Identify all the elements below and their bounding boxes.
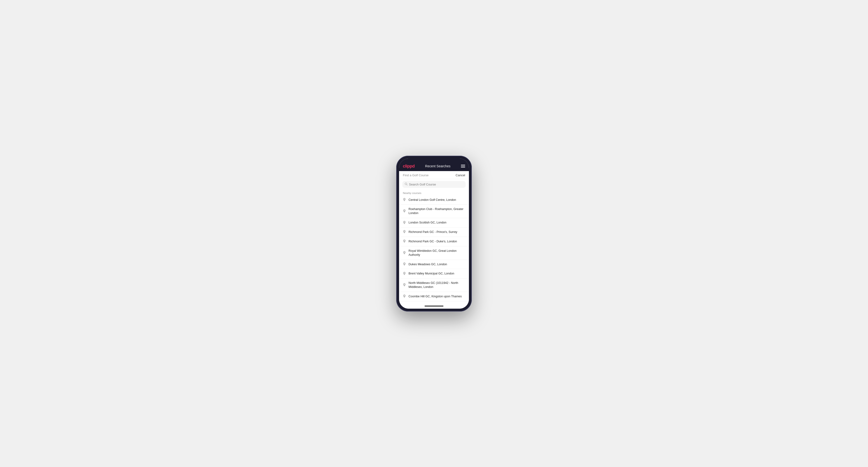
phone-screen: clippd Recent Searches Find a Golf Cours…: [399, 159, 469, 309]
course-list-item[interactable]: London Scottish GC, London: [399, 218, 469, 227]
app-header: clippd Recent Searches: [399, 162, 469, 171]
course-list-item[interactable]: Dukes Meadows GC, London: [399, 260, 469, 269]
course-name: Brent Valley Municipal GC, London: [408, 272, 454, 276]
hamburger-menu-icon[interactable]: [461, 165, 465, 167]
content-area: Find a Golf Course Cancel Nearby: [399, 171, 469, 309]
find-header: Find a Golf Course Cancel: [399, 171, 469, 179]
course-list-item[interactable]: Coombe Hill GC, Kingston upon Thames: [399, 292, 469, 301]
course-list-item[interactable]: Central London Golf Centre, London: [399, 195, 469, 205]
search-icon: [405, 183, 408, 186]
location-pin-icon: [403, 198, 406, 202]
location-pin-icon: [403, 251, 406, 255]
course-list-item[interactable]: Richmond Park GC - Prince's, Surrey: [399, 227, 469, 237]
location-pin-icon: [403, 262, 406, 266]
course-name: Dukes Meadows GC, London: [408, 262, 447, 267]
course-name: Richmond Park GC - Prince's, Surrey: [408, 230, 457, 234]
find-label: Find a Golf Course: [403, 174, 429, 177]
home-indicator: [399, 304, 469, 309]
course-name: Royal Wimbledon GC, Great London Authori…: [408, 249, 465, 257]
search-box-wrapper: [399, 179, 469, 190]
course-name: Coombe Hill GC, Kingston upon Thames: [408, 294, 462, 299]
course-list-item[interactable]: Roehampton Club - Roehampton, Greater Lo…: [399, 205, 469, 218]
location-pin-icon: [403, 230, 406, 234]
nearby-label: Nearby courses: [399, 190, 469, 195]
location-pin-icon: [403, 240, 406, 243]
location-pin-icon: [403, 221, 406, 225]
location-pin-icon: [403, 283, 406, 287]
location-pin-icon: [403, 294, 406, 298]
course-list-item[interactable]: North Middlesex GC (1011942 - North Midd…: [399, 278, 469, 292]
phone-frame: clippd Recent Searches Find a Golf Cours…: [396, 156, 472, 311]
home-bar: [425, 306, 443, 307]
header-title: Recent Searches: [425, 164, 450, 168]
nearby-section: Nearby courses Central London Golf Centr…: [399, 190, 469, 304]
course-name: Richmond Park GC - Duke's, London: [408, 240, 457, 244]
course-list-item[interactable]: Brent Valley Municipal GC, London: [399, 269, 469, 278]
app-logo: clippd: [403, 164, 415, 169]
course-list-item[interactable]: Royal Wimbledon GC, Great London Authori…: [399, 246, 469, 260]
course-list: Central London Golf Centre, London Roeha…: [399, 195, 469, 301]
search-box: [402, 181, 466, 188]
svg-line-1: [407, 185, 407, 185]
location-pin-icon: [403, 272, 406, 276]
location-pin-icon: [403, 209, 406, 213]
search-input[interactable]: [409, 183, 463, 186]
course-name: North Middlesex GC (1011942 - North Midd…: [408, 281, 465, 289]
course-name: Roehampton Club - Roehampton, Greater Lo…: [408, 207, 465, 215]
cancel-button[interactable]: Cancel: [456, 174, 465, 177]
course-name: London Scottish GC, London: [408, 221, 446, 225]
course-list-item[interactable]: Richmond Park GC - Duke's, London: [399, 237, 469, 246]
course-name: Central London Golf Centre, London: [408, 198, 456, 202]
status-bar: [399, 159, 469, 162]
